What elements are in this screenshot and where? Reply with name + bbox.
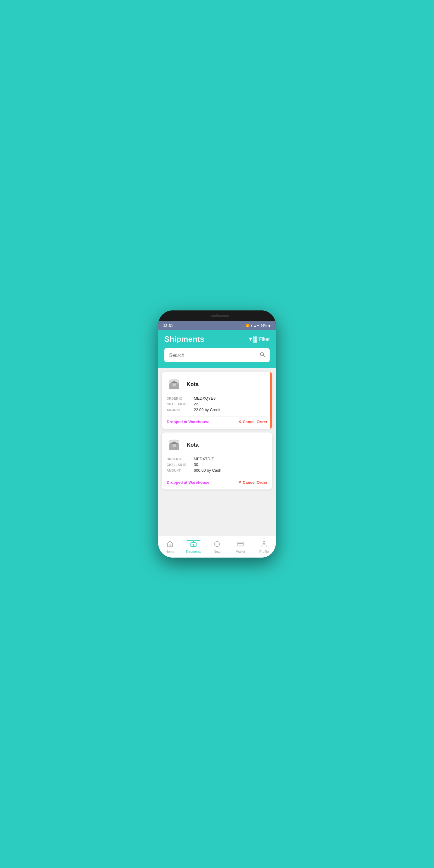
phone-frame: 12:31 📶 ▾ ▲▼ 54% ⏺ Shipments ▼▓ Filter (158, 310, 276, 558)
cancel-icon: ✕ (238, 420, 241, 424)
speaker (211, 315, 229, 317)
home-icon (167, 541, 173, 549)
nav-item-profile[interactable]: Profile (252, 541, 276, 553)
new-icon (214, 541, 220, 549)
nav-label-shipments: Shipments (186, 550, 201, 553)
nav-label-profile: Profile (259, 550, 269, 553)
challan-id-value: 22 (194, 402, 198, 406)
cancel-order-button[interactable]: ✕ Cancel Order (238, 420, 267, 424)
app-content: Shipments ▼▓ Filter (158, 330, 276, 558)
svg-rect-16 (238, 542, 243, 546)
phone-top-bar (158, 310, 276, 321)
app-header: Shipments ▼▓ Filter (158, 330, 276, 368)
search-bar (164, 348, 270, 362)
order-id-row: ORDER ID MEDXQYE8 (167, 396, 267, 401)
status-icons: 📶 ▾ ▲▼ 54% ⏺ (246, 324, 271, 327)
card-top: Kota (167, 377, 267, 392)
challan-id-row: CHALLAN ID 22 (167, 402, 267, 406)
shipment-card[interactable]: Kota ORDER ID MEDXTDIZ CHALLAN ID 30 AMO… (162, 433, 272, 490)
nav-item-new[interactable]: New (205, 541, 229, 553)
battery-level: 54% (261, 324, 267, 327)
challan-id-label: CHALLAN ID (167, 463, 194, 467)
amount-value: 600.00 by Cash (194, 468, 221, 472)
status-time: 12:31 (163, 323, 173, 328)
nav-item-shipments[interactable]: Shipments (182, 541, 205, 553)
destination-name: Kota (187, 442, 198, 448)
signal-icon: ▲▼ (253, 324, 259, 327)
amount-label: AMOUNT (167, 408, 194, 412)
wifi-icon: ▾ (251, 324, 252, 327)
status-bar: 12:31 📶 ▾ ▲▼ 54% ⏺ (158, 321, 276, 330)
destination-name: Kota (187, 381, 198, 388)
profile-icon (261, 541, 267, 549)
header-top: Shipments ▼▓ Filter (164, 335, 270, 344)
card-footer: Dropped at Warehouse ✕ Cancel Order (167, 477, 267, 485)
amount-value: 22.00 by Credit (194, 407, 220, 412)
filter-button[interactable]: ▼▓ Filter (248, 336, 270, 342)
shipments-icon (190, 541, 197, 549)
svg-rect-4 (173, 383, 176, 386)
cancel-icon: ✕ (238, 480, 241, 485)
wallet-icon (237, 541, 244, 549)
cancel-label: Cancel Order (243, 420, 267, 424)
cancel-label: Cancel Order (243, 480, 267, 485)
card-footer: Dropped at Warehouse ✕ Cancel Order (167, 416, 267, 424)
svg-rect-8 (173, 444, 176, 447)
nav-label-new: New (214, 550, 220, 553)
search-button[interactable] (259, 352, 265, 359)
card-details: ORDER ID MEDXQYE8 CHALLAN ID 22 AMOUNT 2… (167, 396, 267, 412)
amount-row: AMOUNT 22.00 by Credit (167, 407, 267, 412)
order-id-label: ORDER ID (167, 458, 194, 461)
bt-icon: 📶 (246, 324, 250, 327)
box-icon (167, 437, 182, 453)
amount-row: AMOUNT 600.00 by Cash (167, 468, 267, 472)
accent-bar (270, 372, 272, 429)
search-input[interactable] (169, 352, 259, 358)
cancel-order-button[interactable]: ✕ Cancel Order (238, 480, 267, 485)
filter-icon: ▼▓ (248, 336, 257, 342)
status-badge: Dropped at Warehouse (167, 420, 210, 424)
card-details: ORDER ID MEDXTDIZ CHALLAN ID 30 AMOUNT 6… (167, 457, 267, 472)
bottom-nav: Home Shipments (158, 536, 276, 558)
order-id-label: ORDER ID (167, 397, 194, 400)
svg-point-0 (260, 352, 264, 356)
challan-id-row: CHALLAN ID 30 (167, 462, 267, 467)
shipment-list: Kota ORDER ID MEDXQYE8 CHALLAN ID 22 AMO… (158, 368, 276, 536)
amount-label: AMOUNT (167, 469, 194, 472)
challan-id-label: CHALLAN ID (167, 403, 194, 406)
shipment-card[interactable]: Kota ORDER ID MEDXQYE8 CHALLAN ID 22 AMO… (162, 372, 272, 429)
page-title: Shipments (164, 335, 204, 344)
card-top: Kota (167, 437, 267, 453)
filter-label: Filter (259, 337, 270, 342)
nav-item-home[interactable]: Home (158, 541, 182, 553)
order-id-value: MEDXQYE8 (194, 396, 216, 401)
svg-point-17 (263, 541, 265, 544)
box-icon (167, 377, 182, 392)
nav-label-wallet: Wallet (236, 550, 245, 553)
nav-item-wallet[interactable]: Wallet (229, 541, 252, 553)
svg-line-1 (264, 355, 265, 357)
order-id-value: MEDXTDIZ (194, 457, 214, 461)
status-badge: Dropped at Warehouse (167, 480, 210, 485)
battery-icon: ⏺ (268, 324, 271, 327)
order-id-row: ORDER ID MEDXTDIZ (167, 457, 267, 461)
nav-label-home: Home (165, 550, 174, 553)
challan-id-value: 30 (194, 462, 198, 467)
